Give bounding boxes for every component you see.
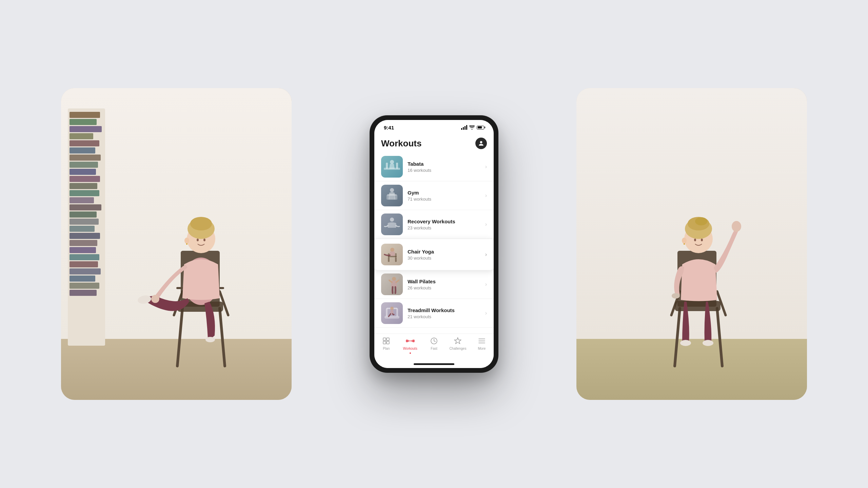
workout-count-gym: 71 workouts — [408, 197, 480, 202]
tab-label-fast: Fast — [431, 347, 437, 350]
svg-line-1 — [220, 308, 225, 366]
workout-thumb-tabata — [381, 156, 403, 178]
tab-icon-workouts — [406, 337, 415, 345]
status-time: 9:41 — [384, 125, 394, 130]
photo-right — [576, 88, 807, 400]
photo-left — [61, 88, 292, 400]
workout-count-treadmill: 21 workouts — [408, 314, 480, 319]
svg-line-19 — [717, 308, 722, 366]
battery-icon — [477, 126, 484, 129]
svg-point-58 — [390, 307, 394, 310]
svg-rect-61 — [383, 341, 386, 344]
profile-button[interactable] — [475, 138, 487, 149]
chevron-recovery: › — [485, 221, 487, 227]
svg-point-41 — [390, 188, 394, 192]
svg-rect-23 — [675, 301, 721, 311]
status-icons — [461, 125, 484, 130]
svg-point-35 — [684, 243, 685, 245]
workout-info-treadmill: Treadmill Workouts 21 workouts — [408, 307, 480, 319]
svg-point-34 — [682, 238, 687, 244]
svg-point-27 — [672, 293, 680, 299]
workout-thumb-wall-pilates — [381, 273, 403, 295]
status-bar: 9:41 — [374, 120, 494, 135]
wifi-icon — [469, 125, 475, 129]
workout-name-tabata: Tabata — [408, 161, 480, 167]
svg-rect-44 — [387, 194, 397, 196]
tab-bar: Plan — [374, 333, 494, 360]
workout-name-treadmill: Treadmill Workouts — [408, 307, 480, 313]
workout-item-wall-pilates[interactable]: Wall Pilates 26 workouts › — [374, 270, 494, 299]
svg-point-24 — [680, 340, 691, 346]
home-indicator — [374, 360, 494, 368]
svg-point-15 — [203, 239, 205, 241]
tab-icon-more — [477, 337, 486, 345]
svg-rect-42 — [387, 195, 389, 200]
svg-point-25 — [703, 340, 713, 346]
chevron-chair-yoga: › — [485, 251, 487, 258]
svg-point-17 — [186, 243, 188, 245]
svg-rect-55 — [386, 308, 388, 317]
workout-name-recovery: Recovery Workouts — [408, 219, 480, 224]
tab-label-more: More — [478, 347, 486, 350]
workout-name-gym: Gym — [408, 190, 480, 196]
workout-info-recovery: Recovery Workouts 23 workouts — [408, 219, 480, 230]
svg-rect-50 — [395, 253, 397, 257]
svg-line-0 — [177, 308, 182, 366]
workout-thumb-treadmill — [381, 302, 403, 324]
svg-point-14 — [197, 239, 199, 241]
app-header: Workouts — [374, 135, 494, 152]
workout-count-wall-pilates: 26 workouts — [408, 285, 480, 290]
svg-rect-38 — [386, 163, 388, 169]
home-bar — [414, 363, 454, 365]
svg-point-32 — [694, 239, 696, 241]
svg-rect-39 — [396, 163, 398, 169]
svg-point-9 — [205, 337, 215, 342]
phone-screen: 9:41 — [374, 120, 494, 368]
workout-info-chair-yoga: Chair Yoga 30 workouts — [408, 249, 480, 261]
workout-count-tabata: 16 workouts — [408, 168, 480, 173]
tab-challenges[interactable]: Challenges — [446, 337, 470, 350]
svg-rect-43 — [395, 195, 397, 200]
tab-label-workouts: Workouts — [403, 347, 417, 350]
workout-info-wall-pilates: Wall Pilates 26 workouts — [408, 279, 480, 290]
chevron-gym: › — [485, 192, 487, 199]
svg-point-16 — [184, 238, 189, 244]
svg-point-51 — [390, 248, 394, 252]
workout-item-gym[interactable]: Gym 71 workouts › — [374, 181, 494, 210]
svg-point-45 — [390, 218, 394, 222]
svg-point-33 — [701, 239, 703, 241]
workout-item-chair-yoga[interactable]: Chair Yoga 30 workouts › — [374, 239, 494, 270]
tab-plan[interactable]: Plan — [374, 337, 398, 350]
tab-fast[interactable]: Fast — [422, 337, 446, 350]
scene: 9:41 — [61, 41, 807, 447]
phone-wrapper: 9:41 — [370, 115, 498, 373]
workout-list[interactable]: Tabata 16 workouts › — [374, 152, 494, 333]
workout-item-recovery[interactable]: Recovery Workouts 23 workouts › — [374, 210, 494, 239]
tab-more[interactable]: More — [470, 337, 494, 350]
tab-workouts[interactable]: Workouts — [398, 337, 422, 354]
workout-item-treadmill[interactable]: Treadmill Workouts 21 workouts › — [374, 299, 494, 328]
workout-thumb-gym — [381, 185, 403, 206]
workout-thumb-chair-yoga — [381, 244, 403, 265]
svg-point-31 — [695, 217, 707, 225]
svg-rect-56 — [396, 308, 398, 317]
workout-name-chair-yoga: Chair Yoga — [408, 249, 480, 255]
svg-line-18 — [675, 308, 680, 366]
svg-rect-47 — [388, 257, 390, 262]
tab-active-indicator — [410, 352, 411, 354]
workout-name-wall-pilates: Wall Pilates — [408, 279, 480, 284]
svg-rect-60 — [387, 338, 389, 341]
svg-point-26 — [732, 221, 741, 232]
workout-count-chair-yoga: 30 workouts — [408, 256, 480, 261]
phone-device: 9:41 — [370, 115, 498, 373]
svg-rect-59 — [383, 338, 386, 341]
workout-thumb-recovery — [381, 214, 403, 235]
chevron-wall-pilates: › — [485, 281, 487, 287]
svg-point-13 — [190, 217, 212, 230]
workout-item-tabata[interactable]: Tabata 16 workouts › — [374, 152, 494, 181]
tab-label-challenges: Challenges — [449, 347, 466, 350]
tab-icon-fast — [430, 337, 438, 345]
signal-icon — [461, 125, 467, 130]
workout-info-tabata: Tabata 16 workouts — [408, 161, 480, 173]
tab-icon-plan — [382, 337, 391, 345]
